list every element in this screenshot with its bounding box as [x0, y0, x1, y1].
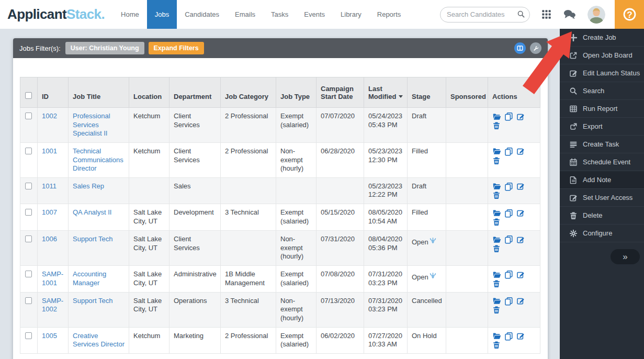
sidebar-item-export[interactable]: Export — [560, 118, 644, 136]
sidebar-item-open-job-board[interactable]: Open Job Board — [560, 47, 644, 64]
column-header-job-type[interactable]: Job Type — [276, 77, 317, 108]
column-header-department[interactable]: Department — [170, 77, 221, 108]
edit-action-button[interactable] — [516, 182, 525, 190]
folder-open-action-button[interactable] — [492, 271, 501, 279]
trash-action-button[interactable] — [492, 156, 501, 165]
folder-open-action-button[interactable] — [492, 182, 501, 190]
job-id-link[interactable]: 1001 — [42, 147, 57, 155]
filter-chip-user-christian-young[interactable]: User: Christian Young — [65, 42, 144, 54]
folder-open-action-button[interactable] — [492, 235, 501, 244]
job-id-link[interactable]: 1002 — [42, 112, 57, 120]
apps-grid-icon[interactable] — [541, 9, 551, 19]
job-id-link[interactable]: SAMP-1002 — [42, 297, 63, 313]
nav-item-reports[interactable]: Reports — [369, 0, 409, 29]
trash-action-button[interactable] — [492, 341, 501, 349]
columns-icon-button[interactable] — [514, 42, 526, 54]
copy-action-button[interactable] — [504, 270, 513, 279]
folder-open-action-button[interactable] — [492, 209, 501, 217]
row-checkbox[interactable] — [25, 332, 32, 339]
sidebar-item-edit-launch-status[interactable]: Edit Launch Status — [560, 64, 644, 82]
copy-action-button[interactable] — [504, 209, 513, 218]
sidebar-item-create-job[interactable]: Create Job — [560, 29, 644, 47]
nav-item-home[interactable]: Home — [113, 0, 147, 29]
nav-item-candidates[interactable]: Candidates — [177, 0, 227, 29]
trash-action-button[interactable] — [492, 191, 501, 199]
folder-open-action-button[interactable] — [492, 113, 501, 121]
column-header-stage[interactable]: Stage — [408, 77, 446, 108]
sidebar-item-create-task[interactable]: Create Task — [560, 136, 644, 153]
row-checkbox[interactable] — [25, 209, 32, 216]
sidebar-collapse-button[interactable]: » — [611, 249, 640, 264]
trash-action-button[interactable] — [492, 279, 501, 288]
copy-action-button[interactable] — [504, 112, 513, 121]
job-title-link[interactable]: Professional Services Specialist II — [73, 112, 110, 137]
job-id-link[interactable]: SAMP-1001 — [42, 270, 63, 287]
column-header-location[interactable]: Location — [129, 77, 170, 108]
help-button[interactable]: ? — [615, 0, 644, 29]
folder-open-action-button[interactable] — [492, 332, 501, 340]
trash-action-button[interactable] — [492, 306, 501, 314]
column-header-select[interactable] — [20, 77, 38, 108]
job-title-link[interactable]: Support Tech — [73, 235, 112, 243]
filter-chip-expand-filters[interactable]: Expand Filters — [149, 42, 204, 54]
job-title-link[interactable]: Creative Services Director — [73, 332, 125, 349]
select-all-checkbox[interactable] — [25, 92, 32, 99]
sidebar-item-set-user-access[interactable]: Set User Access — [560, 189, 644, 207]
column-header-campaign-start-date[interactable]: Campaign Start Date — [317, 77, 364, 108]
edit-action-button[interactable] — [516, 113, 525, 121]
user-avatar[interactable] — [587, 6, 605, 24]
copy-action-button[interactable] — [504, 182, 513, 191]
sidebar-item-add-note[interactable]: Add Note — [560, 171, 644, 189]
folder-open-action-button[interactable] — [492, 297, 501, 305]
sidebar-item-configure[interactable]: Configure — [560, 225, 644, 242]
job-title-link[interactable]: Support Tech — [73, 297, 112, 305]
edit-action-button[interactable] — [516, 235, 525, 244]
sidebar-item-search[interactable]: Search — [560, 82, 644, 100]
edit-action-button[interactable] — [516, 332, 525, 340]
sidebar-item-schedule-event[interactable]: Schedule Event — [560, 153, 644, 171]
nav-item-library[interactable]: Library — [333, 0, 369, 29]
job-id-link[interactable]: 1005 — [42, 332, 57, 340]
column-header-sponsored[interactable]: Sponsored — [446, 77, 488, 108]
copy-action-button[interactable] — [504, 147, 513, 156]
row-checkbox[interactable] — [25, 235, 32, 242]
edit-action-button[interactable] — [516, 147, 525, 155]
copy-action-button[interactable] — [504, 235, 513, 244]
edit-action-button[interactable] — [516, 297, 525, 305]
column-header-job-category[interactable]: Job Category — [221, 77, 276, 108]
folder-open-action-button[interactable] — [492, 147, 501, 155]
nav-item-jobs[interactable]: Jobs — [147, 0, 177, 29]
column-header-last-modified[interactable]: Last Modified — [364, 77, 408, 108]
search-icon[interactable] — [517, 10, 525, 18]
copy-action-button[interactable] — [504, 297, 513, 306]
chat-icon[interactable] — [563, 9, 576, 19]
trash-action-button[interactable] — [492, 218, 501, 226]
job-title-link[interactable]: Sales Rep — [73, 182, 104, 190]
job-id-link[interactable]: 1007 — [42, 208, 57, 216]
wrench-icon-button[interactable] — [530, 42, 541, 54]
sidebar-item-delete[interactable]: Delete — [560, 207, 644, 225]
copy-icon — [504, 182, 513, 191]
trash-action-button[interactable] — [492, 244, 501, 253]
nav-item-events[interactable]: Events — [296, 0, 333, 29]
job-title-link[interactable]: QA Analyst II — [73, 208, 111, 216]
nav-item-tasks[interactable]: Tasks — [263, 0, 296, 29]
row-checkbox[interactable] — [25, 113, 32, 119]
job-id-link[interactable]: 1006 — [42, 235, 57, 243]
job-title-link[interactable]: Technical Communications Director — [73, 147, 123, 172]
column-header-id[interactable]: ID — [38, 77, 69, 108]
edit-action-button[interactable] — [516, 209, 525, 217]
column-header-job-title[interactable]: Job Title — [69, 77, 129, 108]
row-checkbox[interactable] — [25, 148, 32, 154]
job-id-link[interactable]: 1011 — [42, 182, 57, 190]
copy-action-button[interactable] — [504, 332, 513, 341]
job-title-link[interactable]: Accounting Manager — [73, 270, 106, 287]
nav-item-emails[interactable]: Emails — [227, 0, 263, 29]
trash-action-button[interactable] — [492, 121, 501, 130]
row-checkbox[interactable] — [25, 183, 32, 189]
column-header-actions[interactable]: Actions — [488, 77, 540, 108]
sidebar-item-run-report[interactable]: Run Report — [560, 100, 644, 118]
edit-action-button[interactable] — [516, 271, 525, 279]
row-checkbox[interactable] — [25, 271, 32, 277]
row-checkbox[interactable] — [25, 297, 32, 304]
